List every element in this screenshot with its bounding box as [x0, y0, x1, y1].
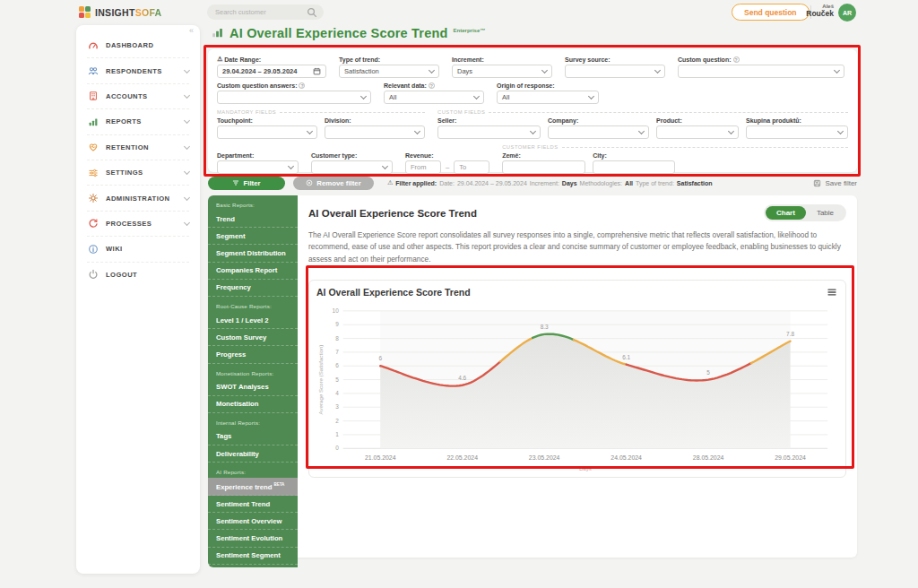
custom-question-field: Custom question:?: [678, 56, 844, 78]
sidebar-item-label: ADMINISTRATION: [106, 195, 170, 203]
city-input[interactable]: [593, 160, 675, 174]
product-field: Product:: [656, 117, 739, 139]
filter-button[interactable]: Filter: [208, 177, 285, 190]
report-nav-item-sentiment-trend[interactable]: Sentiment Trend: [208, 496, 298, 513]
report-nav-item-level-1-level-2[interactable]: Level 1 / Level 2: [208, 312, 298, 329]
people-icon: [87, 65, 99, 77]
svg-text:23.05.2024: 23.05.2024: [529, 454, 560, 461]
svg-text:7.8: 7.8: [786, 330, 794, 336]
division-select[interactable]: [325, 125, 425, 139]
report-nav-item-swot-analyses[interactable]: SWOT Analyses: [208, 379, 298, 396]
tab-table[interactable]: Table: [806, 206, 844, 220]
report-description: The AI Overall Experience Score report c…: [308, 229, 846, 265]
logo-text: INSIGHTSOFA: [95, 7, 161, 18]
chevron-down-icon: [834, 67, 840, 74]
revenue-to-input[interactable]: [454, 160, 489, 174]
sidebar-collapse-icon[interactable]: «: [189, 26, 194, 35]
sidebar-item-retention[interactable]: RETENTION: [87, 135, 189, 160]
report-nav-item-frequency[interactable]: Frequency: [208, 280, 298, 297]
refresh-icon: [87, 218, 99, 229]
sidebar-item-accounts[interactable]: ACCOUNTS: [87, 84, 189, 109]
sidebar-item-label: WIKI: [106, 245, 123, 253]
report-nav-item-sentiment-segment[interactable]: Sentiment Segment: [208, 548, 298, 565]
revenue-separator: –: [446, 163, 449, 171]
seller-select[interactable]: [437, 125, 541, 139]
report-nav-item-sentiment-evolution[interactable]: Sentiment Evolution: [208, 530, 298, 547]
report-nav-item-deliverability[interactable]: Deliverability: [208, 445, 298, 463]
product-select[interactable]: [656, 125, 739, 139]
save-filter-button[interactable]: Save filter: [813, 179, 857, 187]
svg-text:10: 10: [333, 307, 340, 314]
sidebar-item-reports[interactable]: REPORTS: [87, 109, 189, 134]
product-group-select[interactable]: [746, 125, 848, 139]
report-nav-item-trend[interactable]: Trend: [208, 211, 298, 228]
svg-text:0: 0: [335, 445, 339, 451]
sidebar-item-settings[interactable]: SETTINGS: [87, 160, 189, 186]
svg-text:6: 6: [378, 355, 382, 361]
sidebar-item-label: LOGOUT: [106, 271, 137, 279]
custom-question-select[interactable]: [678, 65, 844, 78]
report-nav-item-experience-trend[interactable]: Experience trendBETA: [208, 478, 298, 496]
relevant-data-select[interactable]: All: [384, 91, 484, 104]
report-nav-item-progress[interactable]: Progress: [208, 346, 298, 363]
survey-source-select[interactable]: [565, 65, 665, 78]
search-input[interactable]: [213, 7, 307, 17]
help-icon[interactable]: ?: [429, 82, 435, 89]
help-icon[interactable]: ?: [299, 82, 305, 89]
report-nav-item-segment[interactable]: Segment: [208, 228, 298, 245]
report-nav-item-segment-distribution[interactable]: Segment Distribution: [208, 245, 298, 262]
company-select[interactable]: [548, 125, 649, 139]
enterprise-badge: Enterprise™: [454, 28, 486, 33]
help-icon[interactable]: ?: [733, 56, 740, 63]
chevron-down-icon: [588, 93, 594, 99]
chart-menu-icon[interactable]: [827, 287, 837, 298]
page-title: AI Overall Experience Score Trend Enterp…: [212, 26, 485, 40]
product-group-field: Skupina produktů:: [746, 117, 848, 139]
sidebar-item-processes[interactable]: PROCESSES: [87, 212, 189, 237]
chevron-down-icon: [530, 128, 536, 134]
app-logo: INSIGHTSOFA: [79, 6, 161, 18]
increment-select[interactable]: Days: [452, 65, 552, 78]
date-range-input[interactable]: 29.04.2024 – 29.05.2024: [217, 65, 326, 78]
sidebar-item-label: RESPONDENTS: [106, 67, 162, 75]
chevron-down-icon: [728, 128, 734, 134]
sidebar-item-respondents[interactable]: RESPONDENTS: [87, 58, 189, 83]
chevron-down-icon: [638, 128, 645, 134]
heart-pulse-icon: [87, 142, 99, 153]
sidebar-item-logout[interactable]: LOGOUT: [87, 263, 189, 287]
svg-text:6: 6: [335, 362, 339, 368]
report-nav-item-monetisation[interactable]: Monetisation: [208, 396, 298, 413]
customer-type-select[interactable]: [311, 160, 393, 174]
save-icon: [813, 179, 821, 187]
chevron-down-icon: [541, 67, 548, 74]
report-nav-item-sentiment-overview[interactable]: Sentiment Overview: [208, 513, 298, 530]
avatar[interactable]: AR: [838, 4, 856, 22]
custom-question-answers-field: Custom question answers:?: [217, 82, 371, 104]
tab-chart[interactable]: Chart: [766, 206, 806, 220]
filter-actions: Filter Remove filter ⚠ Filter applied: D…: [208, 176, 857, 190]
sidebar-item-label: SETTINGS: [106, 169, 143, 177]
svg-text:3: 3: [335, 403, 339, 410]
report-nav-item-tags[interactable]: Tags: [208, 428, 298, 445]
type-of-trend-select[interactable]: Satisfaction: [339, 65, 439, 78]
company-field: Company:: [548, 117, 649, 139]
revenue-field: Revenue: –: [405, 152, 489, 174]
sidebar-item-dashboard[interactable]: DASHBOARD: [87, 33, 189, 58]
sidebar-item-label: ACCOUNTS: [106, 92, 148, 100]
user-last-name: Rouček: [787, 10, 834, 19]
report-nav-item-custom-survey[interactable]: Custom Survey: [208, 329, 298, 346]
remove-filter-button[interactable]: Remove filter: [293, 177, 374, 190]
sidebar-item-administration[interactable]: ADMINISTRATION: [87, 186, 189, 211]
sidebar-item-wiki[interactable]: WIKI: [87, 237, 189, 262]
report-nav-item-companies-report[interactable]: Companies Report: [208, 263, 298, 280]
sidebar-item-label: PROCESSES: [106, 220, 152, 228]
touchpoint-select[interactable]: [217, 125, 317, 139]
revenue-from-input[interactable]: [405, 160, 441, 174]
customer-fields-group: CUSTOMER FIELDS Země: City:: [502, 143, 848, 174]
trend-chart: 01234567891021.05.202422.05.202423.05.20…: [316, 299, 838, 473]
custom-question-answers-select[interactable]: [217, 91, 371, 104]
origin-of-response-select[interactable]: All: [497, 91, 599, 104]
mandatory-fields-section-label: MANDATORY FIELDS: [217, 109, 425, 115]
country-input[interactable]: [502, 160, 585, 174]
department-select[interactable]: [217, 160, 299, 174]
